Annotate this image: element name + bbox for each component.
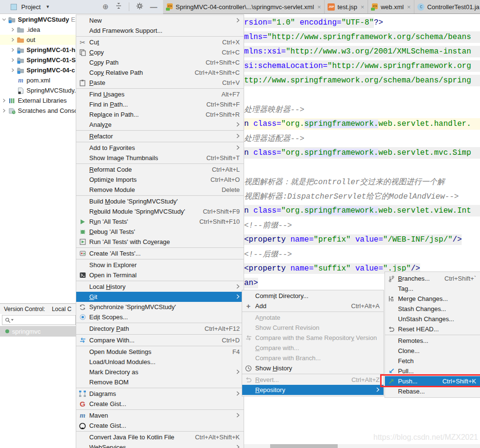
chevron-right-icon[interactable] (10, 57, 16, 63)
menu-item-debug-all-tests[interactable]: Debug 'All Tests' (76, 227, 244, 237)
menu-item-open-in-terminal[interactable]: Open in Terminal (76, 270, 244, 280)
menu-item-mark-directory-as[interactable]: Mark Directory as (76, 367, 244, 377)
editor-tab[interactable]: cControllerTest01.ja (414, 0, 480, 14)
tree-item--idea[interactable]: .idea (0, 25, 76, 35)
menu-item-find-usages[interactable]: Find UsagesAlt+F7 (76, 89, 244, 99)
close-icon[interactable]: × (361, 3, 365, 11)
menu-item-add[interactable]: +AddCtrl+Alt+A (242, 301, 384, 311)
collapse-all-icon[interactable] (115, 2, 122, 11)
menu-item-diagrams[interactable]: Diagrams (76, 389, 244, 399)
editor-tab[interactable]: <>web.xml× (368, 0, 414, 14)
menu-item-copy-path[interactable]: Copy PathCtrl+Shift+C (76, 57, 244, 68)
menu-item-annotate[interactable]: Annotate (242, 312, 384, 323)
menu-item-new[interactable]: New (76, 15, 244, 26)
menu-item-create-all-tests[interactable]: Create 'All Tests'... (76, 248, 244, 258)
menu-item-clone[interactable]: Clone... (385, 346, 480, 356)
menu-item-repository[interactable]: Repository (242, 385, 384, 395)
menu-item-fetch[interactable]: Fetch (385, 356, 480, 366)
menu-item-refactor[interactable]: Refactor (76, 131, 244, 141)
chevron-right-icon[interactable] (1, 98, 7, 103)
menu-item-stash-changes[interactable]: Stash Changes... (385, 304, 480, 314)
menu-item-synchronize-springmvcstudy[interactable]: Synchronize 'SpringMVCStudy' (76, 302, 244, 312)
menu-item-find-in-path[interactable]: Find in Path...Ctrl+Shift+F (76, 99, 244, 109)
menu-item-run-all-tests[interactable]: Run 'All Tests'Ctrl+Shift+F10 (76, 217, 244, 227)
tree-item-out[interactable]: out (0, 35, 76, 45)
menu-item-create-gist[interactable]: Create Gist... (76, 421, 244, 431)
tree-item-springmvc-01-s[interactable]: SpringMVC-01-S (0, 55, 76, 65)
menu-item-replace-in-path[interactable]: Replace in Path...Ctrl+Shift+R (76, 109, 244, 120)
tree-item-scratches-and-conso[interactable]: Scratches and Conso (0, 106, 76, 116)
tree-item-springmvc-01-h[interactable]: SpringMVC-01-h (0, 45, 76, 55)
menu-item-run-all-tests-with-coverage[interactable]: Run 'All Tests' with Coverage (76, 237, 244, 247)
close-icon[interactable]: × (317, 3, 321, 11)
menu-item-compare-with-the-same-repository-version[interactable]: Compare with the Same Repository Version (242, 333, 384, 343)
menu-item-show-in-explorer[interactable]: Show in Explorer (76, 260, 244, 270)
tree-item-pom-xml[interactable]: mpom.xml (0, 75, 76, 85)
menu-item-merge-changes[interactable]: Merge Changes... (385, 294, 480, 304)
hide-panel-icon[interactable]: — (150, 3, 157, 11)
chevron-right-icon[interactable] (10, 47, 16, 53)
menu-item-add-to-favorites[interactable]: Add to Favorites (76, 143, 244, 153)
vc-search-input[interactable] (2, 315, 76, 325)
menu-item-remotes[interactable]: Remotes... (385, 336, 480, 346)
createtest-icon (79, 250, 86, 257)
menu-item-show-current-revision[interactable]: Show Current Revision (242, 323, 384, 333)
menu-item-local-history[interactable]: Local History (76, 282, 244, 292)
menu-item-maven[interactable]: mMaven (76, 410, 244, 421)
chevron-right-icon[interactable] (10, 68, 16, 73)
menu-item-convert-java-file-to-kotlin-file[interactable]: Convert Java File to Kotlin FileCtrl+Alt… (76, 432, 244, 442)
menu-item-rebuild-module-springmvcstudy[interactable]: Rebuild Module 'SpringMVCStudy'Ctrl+Shif… (76, 206, 244, 217)
menu-item-compare-with-branch[interactable]: Compare with Branch... (242, 353, 384, 363)
chevron-right-icon[interactable] (1, 108, 7, 113)
menu-item-edit-scopes[interactable]: Edit Scopes... (76, 312, 244, 322)
project-tool-label[interactable]: Project (21, 3, 41, 11)
locate-icon[interactable]: ⊕ (102, 2, 109, 11)
chevron-down-icon[interactable]: ▼ (45, 4, 50, 9)
menu-item-label: Show Current Revision (255, 324, 319, 331)
menu-item-compare-with[interactable]: Compare with... (242, 343, 384, 353)
chevron-right-icon[interactable] (10, 37, 16, 42)
chevron-right-icon[interactable] (10, 27, 16, 32)
vc-list-item[interactable]: springmvc (0, 326, 76, 337)
menu-item-show-history[interactable]: Show History (242, 363, 384, 373)
vc-panel-tab[interactable]: Local C (52, 306, 71, 312)
menu-item-commit-directory[interactable]: Commit Directory... (242, 291, 384, 301)
menu-item-load-unload-modules[interactable]: Load/Unload Modules... (76, 357, 244, 367)
close-icon[interactable]: × (407, 3, 411, 11)
menu-item-revert[interactable]: Revert...Ctrl+Alt+Z (242, 375, 384, 385)
menu-item-create-gist[interactable]: GCreate Gist... (76, 399, 244, 409)
tree-item-springmvcstudy[interactable]: SpringMVCStudyE: (0, 14, 76, 25)
menu-item-rebase[interactable]: Rebase... (385, 386, 480, 396)
menu-item-copy[interactable]: CopyCtrl+C (76, 47, 244, 57)
menu-item-paste[interactable]: PasteCtrl+V (76, 78, 244, 88)
menu-item-git[interactable]: Git (76, 292, 244, 302)
code-line: n class="org.springframework.web.servlet… (244, 147, 480, 159)
tree-item-springmvc-04-c[interactable]: SpringMVC-04-c (0, 65, 76, 75)
menu-item-show-image-thumbnails[interactable]: Show Image ThumbnailsCtrl+Shift+T (76, 153, 244, 163)
tree-item-external-libraries[interactable]: External Libraries (0, 95, 76, 106)
menu-item-tag[interactable]: Tag... (385, 284, 480, 294)
menu-item-optimize-imports[interactable]: Optimize ImportsCtrl+Alt+O (76, 175, 244, 185)
menu-item-build-module-springmvcstudy[interactable]: Build Module 'SpringMVCStudy' (76, 196, 244, 206)
menu-item-analyze[interactable]: Analyze (76, 120, 244, 130)
menu-item-directory-path[interactable]: Directory PathCtrl+Alt+F12 (76, 324, 244, 334)
chevron-down-icon[interactable] (1, 17, 7, 22)
menu-item-compare-with[interactable]: Compare With...Ctrl+D (76, 335, 244, 345)
horizontal-scrollbar[interactable] (244, 444, 480, 448)
tree-item-springmvcstudy-[interactable]: SpringMVCStudy. (0, 85, 76, 95)
menu-item-remove-module[interactable]: Remove ModuleDelete (76, 185, 244, 195)
editor-tab[interactable]: JSPtest.jsp× (325, 0, 368, 14)
menu-item-reset-head[interactable]: Reset HEAD... (385, 324, 480, 334)
menu-item-copy-relative-path[interactable]: Copy Relative PathCtrl+Alt+Shift+C (76, 68, 244, 78)
menu-item-remove-bom[interactable]: Remove BOM (76, 377, 244, 387)
menu-item-cut[interactable]: ✂CutCtrl+X (76, 37, 244, 47)
menu-item-webservices[interactable]: WebServices (76, 442, 244, 448)
menu-item-add-framework-support[interactable]: Add Framework Support... (76, 26, 244, 36)
menu-item-branches[interactable]: Branches...Ctrl+Shift+` (385, 273, 480, 284)
scrollbar-thumb[interactable] (270, 444, 338, 448)
menu-item-open-module-settings[interactable]: Open Module SettingsF4 (76, 347, 244, 357)
editor-tab[interactable]: <>SpringMVC-04-controller\...\springmvc-… (163, 0, 325, 14)
settings-gear-icon[interactable] (136, 2, 143, 12)
menu-item-unstash-changes[interactable]: UnStash Changes... (385, 314, 480, 324)
menu-item-reformat-code[interactable]: Reformat CodeCtrl+Alt+L (76, 164, 244, 175)
